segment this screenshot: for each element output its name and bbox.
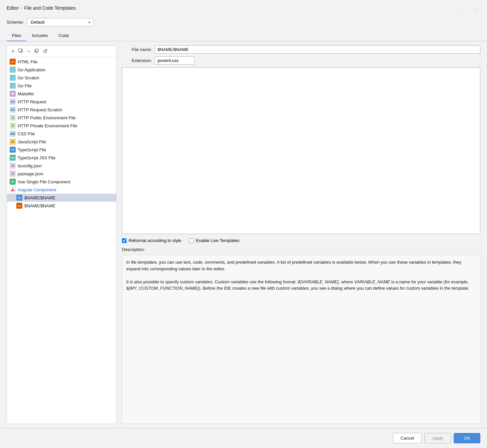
list-item[interactable]: Go File	[7, 82, 116, 90]
extension-input[interactable]	[155, 56, 195, 65]
item-label: $NAME/$NAME	[24, 203, 55, 208]
vue-icon: V	[10, 179, 16, 185]
item-label: TypeScript JSX File	[18, 155, 55, 160]
list-item[interactable]: ⊙ HTTP Public Environment File	[7, 114, 116, 122]
file-toolbar: + − ↺	[7, 46, 116, 57]
list-item[interactable]: CSS CSS File	[7, 130, 116, 138]
reformat-checkbox-label[interactable]: Reformat according to style	[122, 238, 181, 243]
item-label: Go File	[18, 83, 32, 88]
go-icon	[10, 83, 16, 89]
filename-row: File name:	[122, 45, 480, 54]
list-item[interactable]: Go Scratch	[7, 74, 116, 82]
http-env-icon: ⊙	[10, 115, 16, 121]
back-button[interactable]: ←	[459, 5, 469, 14]
remove-button[interactable]: −	[25, 47, 32, 55]
item-label: Go Application	[18, 67, 46, 72]
description-label: Description:	[122, 247, 480, 252]
js-icon: JS	[10, 139, 16, 145]
list-item[interactable]: ⊙ package.json	[7, 170, 116, 178]
tab-includes[interactable]: Includes	[26, 30, 53, 41]
item-label: HTTP Request Scratch	[18, 107, 62, 112]
scheme-label: Scheme:	[7, 20, 24, 25]
live-templates-checkbox[interactable]	[189, 238, 194, 243]
svg-rect-12	[12, 84, 14, 87]
item-label: Vue Single File Component	[18, 179, 70, 184]
list-item[interactable]: ⊙ HTTP Private Environment File	[7, 122, 116, 130]
list-item[interactable]: V Vue Single File Component	[7, 178, 116, 186]
breadcrumb-title: File and Code Templates	[24, 5, 76, 11]
list-item[interactable]: JS JavaScript File	[7, 138, 116, 146]
item-label: tsconfig.json	[18, 163, 42, 168]
ts-sub-icon: TS	[16, 195, 22, 201]
html-icon: H	[10, 59, 16, 65]
list-item[interactable]: API HTTP Request Scratch	[7, 106, 116, 114]
tsx-icon: TSX	[10, 155, 16, 161]
scheme-select-wrapper: Default	[27, 18, 94, 26]
content-area: + − ↺ H	[0, 41, 487, 428]
item-label: $NAME/$NAME	[24, 195, 55, 200]
ok-button[interactable]: OK	[454, 433, 480, 443]
live-templates-checkbox-label[interactable]: Enable Live Templates	[189, 238, 240, 243]
nav-buttons: ← →	[459, 5, 480, 14]
item-label: Angular Component	[18, 187, 56, 192]
ts-icon: TS	[10, 147, 16, 153]
json-icon: ⊙	[10, 163, 16, 169]
description-box: In file templates, you can use text, cod…	[122, 255, 480, 424]
list-item[interactable]: TSX TypeScript JSX File	[7, 154, 116, 162]
list-item[interactable]: ⊙ tsconfig.json	[7, 162, 116, 170]
api-icon: API	[10, 107, 16, 113]
list-item-name-html[interactable]: H $NAME/$NAME	[7, 202, 116, 210]
css-icon: CSS	[10, 131, 16, 137]
add-button[interactable]: +	[10, 47, 16, 55]
left-panel: + − ↺ H	[7, 45, 117, 424]
breadcrumb: Editor › File and Code Templates	[7, 5, 480, 11]
reset-button[interactable]: ↺	[41, 47, 49, 55]
scheme-row: Scheme: Default	[0, 14, 487, 30]
right-panel: File name: Extension: Reformat according…	[122, 45, 480, 424]
extension-row: Extension:	[122, 56, 480, 65]
item-label: HTTP Private Environment File	[18, 123, 77, 128]
breadcrumb-separator: ›	[21, 6, 22, 10]
tab-files[interactable]: Files	[7, 30, 26, 41]
forward-button[interactable]: →	[470, 5, 480, 14]
list-item-name-ts[interactable]: TS $NAME/$NAME	[7, 194, 116, 202]
filename-label: File name:	[122, 47, 152, 52]
list-item[interactable]: Go Application	[7, 66, 116, 74]
item-label: Makefile	[18, 91, 34, 96]
item-label: HTTP Request	[18, 99, 46, 104]
breadcrumb-editor: Editor	[7, 5, 19, 11]
svg-rect-1	[19, 49, 22, 52]
html-sub-icon: H	[16, 203, 22, 209]
list-item[interactable]: API HTTP Request	[7, 98, 116, 106]
item-label: TypeScript File	[18, 147, 46, 152]
item-label: JavaScript File	[18, 139, 46, 144]
template-editor[interactable]	[122, 67, 480, 234]
list-item[interactable]: M Makefile	[7, 90, 116, 98]
list-item-angular[interactable]: Angular Component	[7, 186, 116, 194]
duplicate-button[interactable]	[33, 47, 41, 55]
api-icon: API	[10, 99, 16, 105]
svg-rect-9	[12, 76, 14, 79]
copy-button[interactable]	[17, 47, 25, 55]
item-label: package.json	[18, 171, 43, 176]
reformat-checkbox[interactable]	[122, 238, 127, 243]
footer: Cancel Apply OK	[0, 428, 487, 448]
svg-rect-3	[36, 49, 38, 52]
item-label: HTML File	[18, 59, 37, 64]
apply-button[interactable]: Apply	[424, 433, 451, 443]
item-label: Go Scratch	[18, 75, 39, 80]
item-label: HTTP Public Environment File	[18, 115, 76, 120]
item-label: CSS File	[18, 131, 35, 136]
file-list: H HTML File Go Application	[7, 57, 116, 424]
tabs-row: Files Includes Code	[0, 30, 487, 41]
scheme-select[interactable]: Default	[27, 18, 94, 26]
tab-code[interactable]: Code	[53, 30, 74, 41]
list-item[interactable]: H HTML File	[7, 58, 116, 66]
filename-input[interactable]	[155, 45, 480, 54]
cancel-button[interactable]: Cancel	[393, 433, 422, 443]
list-item[interactable]: TS TypeScript File	[7, 146, 116, 154]
makefile-icon: M	[10, 91, 16, 97]
http-env-icon: ⊙	[10, 123, 16, 129]
json-icon: ⊙	[10, 171, 16, 177]
reformat-label: Reformat according to style	[129, 238, 181, 243]
